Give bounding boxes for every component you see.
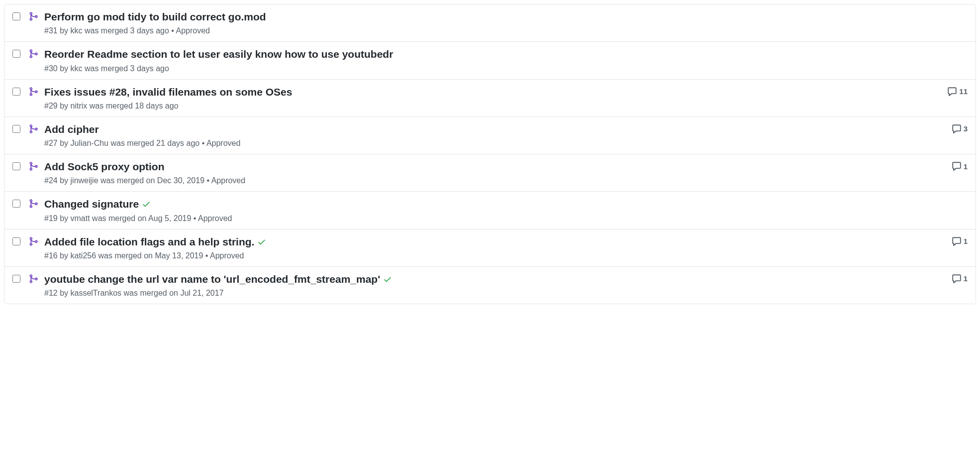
select-pr-checkbox[interactable] (12, 162, 20, 170)
pr-title-link[interactable]: Added file location flags and a help str… (44, 236, 254, 247)
merged-pr-icon (28, 87, 38, 97)
pr-title-link[interactable]: youtube change the url var name to 'url_… (44, 273, 380, 285)
comments-count: 11 (959, 87, 968, 96)
was-merged-label: was merged (92, 214, 135, 223)
pr-main: Added file location flags and a help str… (44, 235, 944, 260)
pull-request-list: Perform go mod tidy to build correct go.… (4, 4, 976, 304)
pr-side: 1 (952, 161, 968, 171)
comments-count: 1 (964, 162, 968, 171)
row-checkbox-wrapper (12, 125, 20, 134)
pr-side: 11 (947, 87, 968, 97)
pr-meta: #29 by nitrix was merged 18 days ago (44, 102, 939, 111)
approved-label: Approved (171, 26, 210, 35)
pr-title-link[interactable]: Perform go mod tidy to build correct go.… (44, 11, 266, 22)
pr-side: 1 (952, 274, 968, 284)
by-label: by (60, 64, 68, 73)
approved-label: Approved (194, 214, 232, 223)
pull-request-row: Add Sock5 proxy option#24 by jinweijie w… (4, 154, 976, 191)
pr-main: Perform go mod tidy to build correct go.… (44, 10, 960, 35)
comments-link[interactable]: 3 (952, 124, 968, 134)
success-check-icon[interactable] (142, 200, 151, 209)
was-merged-label: was merged (85, 26, 128, 35)
comments-count: 3 (964, 124, 968, 133)
approved-text: Approved (198, 214, 232, 223)
pr-merged-time: 18 days ago (135, 102, 178, 110)
pull-request-row: Fixes issues #28, invalid filenames on s… (4, 79, 976, 116)
pr-merged-time: on May 13, 2019 (144, 251, 203, 260)
comments-link[interactable]: 1 (952, 274, 968, 284)
pull-request-row: Reorder Readme section to let user easil… (4, 41, 976, 79)
pr-main: Fixes issues #28, invalid filenames on s… (44, 86, 939, 111)
pr-author[interactable]: jinweijie (71, 176, 98, 185)
success-check-icon[interactable] (383, 275, 392, 284)
was-merged-label: was merged (124, 289, 167, 297)
pr-side: 3 (952, 124, 968, 134)
pr-meta: #12 by kasselTrankos was merged on Jul 2… (44, 289, 944, 298)
comments-count: 1 (964, 237, 968, 245)
approved-text: Approved (210, 251, 244, 260)
approved-label: Approved (202, 139, 241, 147)
pr-author[interactable]: Julian-Chu (71, 139, 108, 147)
merged-pr-icon (28, 49, 38, 59)
pull-request-row: Perform go mod tidy to build correct go.… (4, 4, 976, 41)
pr-merged-time: 3 days ago (130, 26, 169, 35)
comments-link[interactable]: 11 (947, 87, 968, 97)
merged-pr-icon (28, 199, 38, 209)
pr-meta: #30 by kkc was merged 3 days ago (44, 64, 960, 73)
select-pr-checkbox[interactable] (12, 88, 20, 96)
approved-text: Approved (206, 139, 241, 147)
pr-author[interactable]: kkc (71, 64, 83, 73)
comments-link[interactable]: 1 (952, 236, 968, 246)
select-pr-checkbox[interactable] (12, 12, 20, 20)
pr-title-link[interactable]: Add Sock5 proxy option (44, 161, 165, 172)
row-checkbox-wrapper (12, 275, 20, 284)
select-pr-checkbox[interactable] (12, 200, 20, 208)
pr-merged-time: on Jul 21, 2017 (169, 289, 223, 297)
select-pr-checkbox[interactable] (12, 50, 20, 58)
pr-side: 1 (952, 236, 968, 246)
comments-count: 1 (964, 274, 968, 283)
pr-author[interactable]: kati256 (71, 251, 97, 260)
merged-pr-icon (28, 11, 38, 21)
approved-label: Approved (205, 251, 244, 260)
pr-author[interactable]: kkc (71, 26, 83, 35)
select-pr-checkbox[interactable] (12, 125, 20, 133)
was-merged-label: was merged (90, 102, 133, 110)
pr-author[interactable]: vmatt (71, 214, 90, 223)
approved-label: Approved (206, 176, 245, 185)
pr-main: Add cipher#27 by Julian-Chu was merged 2… (44, 123, 944, 148)
pr-number: #27 (44, 139, 58, 147)
by-label: by (60, 26, 68, 35)
pr-title-link[interactable]: Add cipher (44, 123, 99, 135)
pr-main: Reorder Readme section to let user easil… (44, 48, 960, 73)
pr-author[interactable]: nitrix (71, 102, 88, 110)
was-merged-label: was merged (98, 251, 142, 260)
approved-text: Approved (211, 176, 246, 185)
pr-main: youtube change the url var name to 'url_… (44, 273, 944, 298)
select-pr-checkbox[interactable] (12, 237, 20, 245)
was-merged-label: was merged (100, 176, 144, 185)
pr-number: #24 (44, 176, 58, 185)
pr-meta: #24 by jinweijie was merged on Dec 30, 2… (44, 176, 944, 185)
pr-number: #31 (44, 26, 58, 35)
pr-merged-time: 21 days ago (156, 139, 199, 147)
by-label: by (60, 176, 68, 185)
select-pr-checkbox[interactable] (12, 275, 20, 283)
pull-request-row: youtube change the url var name to 'url_… (4, 266, 976, 304)
pr-meta: #31 by kkc was merged 3 days ago Approve… (44, 26, 960, 35)
pr-title-link[interactable]: Fixes issues #28, invalid filenames on s… (44, 86, 292, 98)
merged-pr-icon (28, 161, 38, 171)
comments-link[interactable]: 1 (952, 161, 968, 171)
pr-merged-time: on Dec 30, 2019 (146, 176, 204, 185)
by-label: by (60, 289, 68, 297)
pr-main: Changed signature #19 by vmatt was merge… (44, 198, 960, 223)
pr-merged-time: on Aug 5, 2019 (138, 214, 192, 223)
by-label: by (60, 214, 68, 223)
pr-author[interactable]: kasselTrankos (71, 289, 122, 297)
pr-title-link[interactable]: Changed signature (44, 198, 139, 210)
row-checkbox-wrapper (12, 200, 20, 209)
success-check-icon[interactable] (257, 237, 266, 246)
pr-title-link[interactable]: Reorder Readme section to let user easil… (44, 48, 393, 60)
pr-number: #29 (44, 102, 58, 110)
merged-pr-icon (28, 274, 38, 284)
